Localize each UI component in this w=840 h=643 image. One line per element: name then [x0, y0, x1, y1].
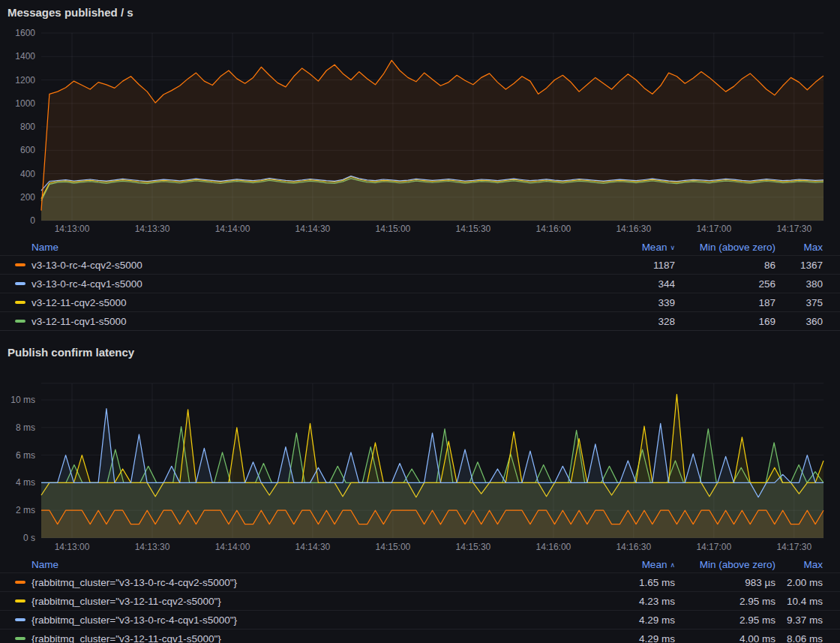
min-value: 256	[675, 278, 776, 290]
min-value: 86	[675, 260, 776, 271]
mean-value: 339	[592, 297, 675, 308]
publish-confirm-latency-chart[interactable]: 0 s2 ms4 ms6 ms8 ms10 ms14:13:0014:13:30…	[0, 361, 840, 554]
svg-text:14:14:30: 14:14:30	[296, 542, 331, 552]
series-name: {rabbitmq_cluster="v3-12-11-cqv2-s5000"}	[32, 596, 221, 607]
mean-value: 328	[592, 316, 675, 327]
series-name: {rabbitmq_cluster="v3-12-11-cqv1-s5000"}	[32, 633, 221, 643]
min-value: 983 µs	[675, 577, 776, 588]
max-value: 380	[776, 278, 823, 290]
legend-col-name[interactable]: Name	[15, 559, 592, 570]
svg-text:14:17:30: 14:17:30	[776, 224, 812, 234]
svg-text:14:16:30: 14:16:30	[616, 224, 651, 234]
svg-text:400: 400	[20, 169, 35, 179]
max-value: 8.06 ms	[776, 633, 823, 643]
svg-text:14:14:00: 14:14:00	[215, 542, 250, 552]
series-name: v3-12-11-cqv2-s5000	[32, 297, 127, 308]
svg-text:0: 0	[30, 215, 35, 226]
series-color-swatch	[15, 618, 26, 621]
series-color-swatch	[15, 282, 26, 285]
svg-text:14:15:00: 14:15:00	[376, 224, 411, 234]
mean-value: 344	[592, 278, 675, 290]
legend-row: v3-12-11-cqv2-s5000 339 187 375	[0, 293, 840, 311]
svg-text:1200: 1200	[15, 75, 35, 86]
svg-text:14:14:30: 14:14:30	[296, 224, 331, 234]
svg-text:14:17:30: 14:17:30	[776, 542, 812, 552]
max-value: 9.37 ms	[776, 614, 823, 626]
svg-text:4 ms: 4 ms	[16, 477, 35, 488]
legend-col-max[interactable]: Max	[776, 242, 823, 253]
svg-text:14:14:00: 14:14:00	[215, 224, 250, 234]
series-name: v3-13-0-rc-4-cqv2-s5000	[32, 260, 142, 271]
legend-col-mean[interactable]: Mean∨	[592, 242, 675, 253]
legend-col-name[interactable]: Name	[15, 242, 592, 253]
max-value: 375	[776, 297, 823, 308]
series-color-swatch	[15, 637, 26, 640]
series-name: {rabbitmq_cluster="v3-13-0-rc-4-cqv1-s50…	[32, 614, 237, 626]
min-value: 2.95 ms	[675, 614, 776, 626]
svg-text:14:16:30: 14:16:30	[616, 542, 651, 552]
svg-text:14:17:00: 14:17:00	[696, 224, 731, 234]
series-color-swatch	[15, 581, 26, 584]
min-value: 4.00 ms	[675, 633, 776, 643]
min-value: 2.95 ms	[675, 596, 776, 607]
legend-col-max[interactable]: Max	[776, 559, 823, 570]
svg-text:14:13:00: 14:13:00	[55, 224, 90, 234]
legend-row: v3-13-0-rc-4-cqv2-s5000 1187 86 1367	[0, 255, 840, 274]
legend-table: Name Mean∨ Min (above zero) Max v3-13-0-…	[0, 239, 840, 331]
series-name: v3-12-11-cqv1-s5000	[32, 316, 127, 327]
svg-text:1000: 1000	[15, 98, 35, 109]
svg-text:6 ms: 6 ms	[16, 450, 35, 461]
max-value: 2.00 ms	[776, 577, 823, 588]
min-value: 187	[675, 297, 776, 308]
legend-row: {rabbitmq_cluster="v3-12-11-cqv2-s5000"}…	[0, 591, 840, 610]
legend-header-row: Name Mean∧ Min (above zero) Max	[0, 556, 840, 572]
series-name: {rabbitmq_cluster="v3-13-0-rc-4-cqv2-s50…	[32, 577, 237, 588]
svg-text:8 ms: 8 ms	[16, 422, 35, 433]
svg-text:14:16:00: 14:16:00	[536, 224, 572, 234]
panel-messages-published: Messages published / s 02004006008001000…	[0, 5, 840, 331]
legend-row: v3-13-0-rc-4-cqv1-s5000 344 256 380	[0, 274, 840, 293]
svg-text:14:15:30: 14:15:30	[456, 224, 491, 234]
panel-title[interactable]: Messages published / s	[0, 5, 840, 21]
dashboard: Messages published / s 02004006008001000…	[0, 0, 840, 643]
messages-published-chart[interactable]: 0200400600800100012001400160014:13:0014:…	[0, 21, 840, 237]
mean-value: 1187	[592, 260, 675, 271]
svg-text:14:17:00: 14:17:00	[696, 542, 731, 552]
svg-text:14:15:30: 14:15:30	[456, 542, 491, 552]
max-value: 360	[776, 316, 823, 327]
svg-text:14:13:00: 14:13:00	[55, 542, 90, 552]
legend-col-min[interactable]: Min (above zero)	[675, 559, 776, 570]
svg-text:10 ms: 10 ms	[10, 395, 35, 405]
svg-text:200: 200	[20, 192, 35, 203]
legend-col-min[interactable]: Min (above zero)	[675, 242, 776, 253]
panel-publish-confirm-latency: Publish confirm latency 0 s2 ms4 ms6 ms8…	[0, 344, 840, 643]
legend-col-mean[interactable]: Mean∧	[592, 559, 675, 570]
svg-text:2 ms: 2 ms	[16, 505, 35, 515]
svg-text:14:13:30: 14:13:30	[135, 224, 170, 234]
legend-row: {rabbitmq_cluster="v3-13-0-rc-4-cqv2-s50…	[0, 572, 840, 591]
max-value: 1367	[776, 260, 823, 271]
svg-text:0 s: 0 s	[23, 533, 35, 543]
svg-text:1400: 1400	[15, 51, 35, 62]
legend-row: v3-12-11-cqv1-s5000 328 169 360	[0, 311, 840, 331]
series-color-swatch	[15, 320, 26, 323]
max-value: 10.4 ms	[776, 596, 823, 607]
svg-text:14:13:30: 14:13:30	[135, 542, 170, 552]
svg-text:14:15:00: 14:15:00	[376, 542, 411, 552]
legend-header-row: Name Mean∨ Min (above zero) Max	[0, 239, 840, 255]
sort-asc-icon: ∧	[670, 561, 675, 569]
series-color-swatch	[15, 301, 26, 304]
min-value: 169	[675, 316, 776, 327]
mean-value: 1.65 ms	[592, 577, 675, 588]
legend-row: {rabbitmq_cluster="v3-13-0-rc-4-cqv1-s50…	[0, 610, 840, 629]
legend-table: Name Mean∧ Min (above zero) Max {rabbitm…	[0, 556, 840, 643]
series-name: v3-13-0-rc-4-cqv1-s5000	[32, 278, 142, 290]
series-color-swatch	[15, 263, 26, 266]
svg-text:600: 600	[20, 145, 35, 155]
mean-value: 4.29 ms	[592, 614, 675, 626]
legend-row: {rabbitmq_cluster="v3-12-11-cqv1-s5000"}…	[0, 629, 840, 643]
series-color-swatch	[15, 599, 26, 602]
panel-title[interactable]: Publish confirm latency	[0, 344, 840, 361]
svg-text:800: 800	[20, 122, 35, 132]
mean-value: 4.23 ms	[592, 596, 675, 607]
